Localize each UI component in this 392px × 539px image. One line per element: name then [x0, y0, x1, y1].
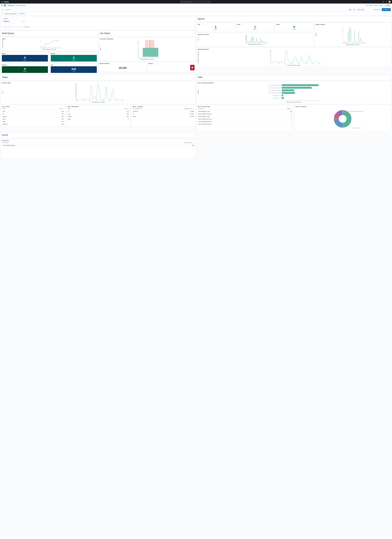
svg-text:500: 500 [310, 100, 311, 101]
svg-text:20: 20 [342, 37, 343, 38]
svg-text:06:00: 06:00 [144, 57, 146, 58]
table-row[interactable]: checkout42.684 [132, 110, 194, 113]
table-row[interactable]: sh211.636 [132, 113, 194, 115]
table-row[interactable]: junit-to-otel/junit-stress-m...2 [198, 118, 292, 120]
svg-rect-71 [150, 40, 150, 48]
svg-rect-73 [151, 48, 151, 57]
table-row[interactable]: junit-to-otel/junit-stress-m...4 [198, 113, 292, 115]
table-row[interactable]: load-testing/cron_gce4 [198, 115, 292, 118]
filter-clock-icon[interactable] [1, 13, 3, 14]
filter-pill[interactable]: service.name: jenkins ✕ [4, 13, 18, 15]
svg-text:40: 40 [270, 57, 271, 58]
svg-text:09:00: 09:00 [49, 47, 51, 48]
svg-text:1.6: 1.6 [138, 47, 139, 48]
table-row[interactable]: stage219 [2, 120, 64, 123]
table-row[interactable]: parallel240 [67, 115, 129, 118]
apply-changes-button[interactable]: Apply changes [3, 26, 13, 28]
user-avatar[interactable]: K [388, 1, 391, 3]
clear-form-button[interactable]: Clear form [24, 26, 30, 28]
info-icon[interactable]: i [53, 64, 54, 66]
service-select[interactable]: jenkins✕ ✕⌄ [3, 20, 26, 23]
svg-rect-50 [144, 48, 144, 57]
menu-toggle-icon[interactable] [1, 5, 3, 6]
svg-text:200: 200 [293, 100, 294, 101]
info-icon[interactable]: i [109, 63, 110, 64]
svg-text:40: 40 [76, 97, 77, 98]
svg-text:3: 3 [138, 39, 139, 41]
info-icon[interactable]: i [7, 64, 8, 66]
svg-text:20: 20 [76, 98, 77, 99]
svg-text:240: 240 [75, 87, 77, 88]
svg-text:18:00: 18:00 [155, 57, 157, 58]
app-badge[interactable]: D [4, 5, 6, 6]
svg-text:0.6: 0.6 [138, 53, 139, 54]
date-range[interactable]: Last 1 day Show dates [357, 8, 381, 11]
table-row[interactable]: junit-to-otel/junit-stress-m...1 [198, 120, 292, 123]
add-filter-link[interactable]: + Add filter [19, 13, 25, 14]
svg-text:220: 220 [75, 88, 77, 89]
svg-text:09:00: 09:00 [95, 100, 98, 101]
chevron-down-icon[interactable]: ⌄ [24, 21, 25, 22]
table-row[interactable]: junit-to-otel/junit-stress-m...1 [198, 123, 292, 125]
svg-text:load-testing/cron_gce: load-testing/cron_gce [273, 95, 281, 96]
svg-text:03:00: 03:00 [43, 47, 45, 48]
clear-select-icon[interactable]: ✕ [23, 21, 24, 22]
refresh-button[interactable]: Refresh [382, 8, 391, 11]
data-view-button[interactable]: ⌄ [1, 8, 5, 11]
svg-text:2: 2 [138, 45, 139, 46]
show-dates[interactable]: Show dates [374, 9, 380, 10]
svg-text:90: 90 [270, 51, 271, 52]
table-row[interactable]: parallel240 [2, 115, 64, 118]
table-row[interactable]: stage8 [67, 118, 129, 120]
svg-text:00:00: 00:00 [343, 43, 345, 44]
info-icon[interactable]: i [6, 53, 7, 54]
svg-rect-69 [150, 40, 150, 48]
newsfeed-icon[interactable] [385, 1, 387, 3]
svg-text:0: 0 [282, 100, 282, 101]
table-row[interactable]: node240 [67, 113, 129, 115]
breadcrumb-dashboard[interactable]: Dashboard [7, 5, 15, 6]
svg-text:0: 0 [76, 99, 77, 100]
svg-rect-84 [154, 48, 154, 57]
edit-button[interactable]: Edit [384, 4, 391, 7]
query-input-wrapper[interactable]: KQL [5, 8, 352, 11]
globe-icon[interactable] [382, 1, 384, 3]
svg-text:load-testing/cron_k8s: load-testing/cron_k8s [273, 98, 281, 99]
breadcrumb: Dashboard Jenkins Overview [7, 5, 27, 6]
table-row[interactable]: hudson.AbortException796 [2, 144, 194, 147]
svg-text:400: 400 [304, 100, 306, 101]
table-row[interactable]: sleep67.947 [132, 115, 194, 118]
calendar-button[interactable]: ⌄ [353, 8, 356, 11]
info-icon[interactable]: i [153, 63, 154, 64]
svg-text:100: 100 [75, 94, 77, 95]
fullscreen-link[interactable]: Full screen [366, 5, 373, 6]
cancel-changes-button[interactable]: Cancel changes [14, 26, 23, 28]
clone-link[interactable]: Clone [379, 5, 383, 6]
global-search-input[interactable] [183, 1, 210, 2]
kql-badge[interactable]: KQL [349, 9, 351, 10]
svg-rect-77 [152, 48, 152, 57]
svg-text:1: 1 [41, 44, 41, 45]
info-icon[interactable]: i [55, 53, 57, 54]
remove-filter-icon[interactable]: ✕ [17, 13, 18, 14]
svg-line-4 [182, 2, 182, 2]
svg-rect-56 [146, 40, 146, 48]
agents-title: Agents [198, 18, 390, 20]
share-link[interactable]: Share [374, 5, 378, 6]
table-row[interactable]: node919 [2, 110, 64, 113]
svg-text:60: 60 [270, 55, 271, 56]
table-row[interactable]: load-testing/cron_k8s95 [198, 110, 292, 113]
svg-rect-200 [282, 97, 284, 99]
table-row[interactable]: sh370 [2, 113, 64, 115]
table-row[interactable]: sh270 [67, 110, 129, 113]
breadcrumb-overview[interactable]: Jenkins Overview [15, 5, 27, 6]
svg-text:1: 1 [138, 51, 139, 52]
svg-rect-192 [282, 87, 312, 89]
query-input[interactable] [6, 9, 351, 10]
global-search[interactable] [180, 0, 211, 3]
table-row[interactable]: sleep240 [2, 118, 64, 120]
svg-rect-92 [157, 48, 157, 57]
remove-svc-icon[interactable]: ✕ [8, 21, 9, 22]
svg-text:100: 100 [270, 50, 271, 51]
table-row[interactable]: checkout204 [2, 123, 64, 125]
